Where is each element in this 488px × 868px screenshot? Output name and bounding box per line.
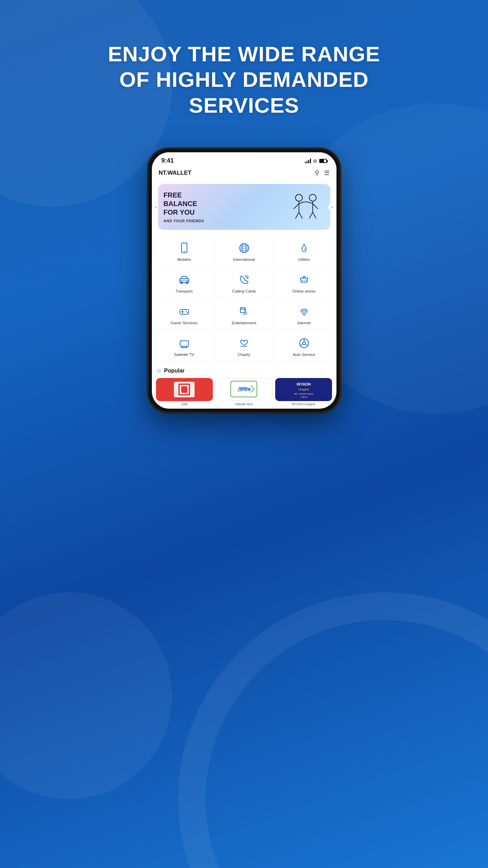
popular-card-salik[interactable]: Salik xyxy=(156,378,213,406)
tv-icon xyxy=(178,337,191,350)
svg-point-34 xyxy=(241,308,242,310)
popular-header: ☆ Popular xyxy=(156,367,332,375)
service-entertainment[interactable]: Entertainment xyxy=(215,299,273,329)
svg-line-44 xyxy=(300,344,303,346)
svg-line-5 xyxy=(299,212,302,218)
svg-point-31 xyxy=(186,311,187,312)
teletalk-card[interactable]: টেলিটক xyxy=(216,378,272,401)
service-internet-label: Internet xyxy=(297,321,311,325)
svg-point-14 xyxy=(184,251,185,252)
app-title: NT.WALLET xyxy=(159,170,191,176)
riyadh-label: RIYADH Imagine xyxy=(292,402,315,406)
service-auto-service[interactable]: Auto Service xyxy=(275,331,333,361)
hero-line3: SERVICES xyxy=(28,93,460,118)
hero-line2: OF HIGHLY DEMANDED xyxy=(28,67,460,92)
service-transport-label: Transport xyxy=(176,289,193,293)
svg-line-43 xyxy=(305,344,308,346)
heart-hand-icon xyxy=(238,337,251,350)
service-utilites[interactable]: Utilites xyxy=(275,236,333,266)
service-international-label: International xyxy=(233,257,255,262)
svg-rect-36 xyxy=(180,341,188,346)
svg-rect-28 xyxy=(180,309,189,314)
salik-logo xyxy=(172,380,196,399)
service-charity-label: Charity xyxy=(238,353,250,357)
phone-card-icon xyxy=(238,273,251,286)
svg-text:+ Sports: + Sports xyxy=(300,396,308,398)
menu-icon[interactable]: ☰ xyxy=(324,169,330,177)
riyadh-logo: RIYADH imagine VIP + Riyadh Season + Spo… xyxy=(290,380,318,399)
teletalk-logo: টেলিটক xyxy=(230,380,258,399)
hero-line1: ENJOY THE WIDE RANGE xyxy=(28,41,460,67)
popular-section: ☆ Popular xyxy=(152,364,336,409)
service-entertainment-label: Entertainment xyxy=(232,321,257,325)
mobile-icon xyxy=(178,242,191,255)
status-icons: ⊜ xyxy=(305,158,327,164)
teletalk-label: Teletalk Mom xyxy=(235,402,253,406)
svg-line-11 xyxy=(313,212,316,218)
drops-icon xyxy=(298,242,311,255)
service-calling-cards[interactable]: Calling Cards xyxy=(215,268,273,297)
service-online-stores-label: Online stores xyxy=(292,289,316,293)
search-icon[interactable]: ⚲ xyxy=(315,169,319,177)
svg-point-32 xyxy=(187,312,188,313)
popular-cards: Salik টেলিটক xyxy=(156,378,332,406)
service-game-services-label: Game Services xyxy=(170,321,198,325)
signal-icon xyxy=(305,159,311,163)
banner: FREE BALANCE FOR YOU AND YOUR FRIENDS xyxy=(158,184,330,230)
svg-text:imagine: imagine xyxy=(298,388,309,391)
phone-screen: 9:41 ⊜ NT.WALLET xyxy=(152,152,336,409)
wifi-icon xyxy=(298,305,311,318)
service-auto-service-label: Auto Service xyxy=(293,353,315,357)
app-bar-icons: ⚲ ☰ xyxy=(315,169,330,177)
service-mobiles[interactable]: Mobiles xyxy=(155,236,213,266)
popular-card-teletalk[interactable]: টেলিটক Teletalk Mom xyxy=(216,378,272,406)
service-mobiles-label: Mobiles xyxy=(177,257,191,262)
service-calling-cards-label: Calling Cards xyxy=(232,289,256,293)
status-bar: 9:41 ⊜ xyxy=(152,152,336,166)
basket-icon xyxy=(298,273,311,286)
gamepad-icon xyxy=(178,305,191,318)
car-icon xyxy=(178,273,191,286)
globe-icon xyxy=(238,242,251,255)
steering-icon xyxy=(298,337,311,350)
popular-title: Popular xyxy=(164,368,185,374)
entertainment-icon xyxy=(238,305,251,318)
service-international[interactable]: International xyxy=(215,236,273,266)
phone-outer: 9:41 ⊜ NT.WALLET xyxy=(148,148,341,413)
phone-mockup: 9:41 ⊜ NT.WALLET xyxy=(137,148,351,413)
popular-star-icon: ☆ xyxy=(156,367,162,375)
banner-subtext: AND YOUR FRIENDS xyxy=(164,219,287,223)
popular-card-riyadh[interactable]: RIYADH imagine VIP + Riyadh Season + Spo… xyxy=(275,378,332,406)
svg-line-2 xyxy=(294,204,299,209)
banner-heading: FREE BALANCE FOR YOU xyxy=(164,191,287,217)
banner-carousel: ‹ FREE BALANCE FOR YOU AND YOUR FRIENDS xyxy=(155,184,334,230)
svg-text:টেলিটক: টেলিটক xyxy=(238,387,251,392)
svg-point-35 xyxy=(303,314,305,316)
service-online-stores[interactable]: Online stores xyxy=(275,268,333,297)
service-game-services[interactable]: Game Services xyxy=(155,299,213,329)
banner-illustration xyxy=(287,192,325,223)
svg-point-41 xyxy=(303,342,305,345)
app-bar: NT.WALLET ⚲ ☰ xyxy=(152,166,336,181)
service-transport[interactable]: Transport xyxy=(155,268,213,297)
svg-rect-48 xyxy=(181,386,187,393)
svg-point-0 xyxy=(295,194,302,201)
wifi-status-icon: ⊜ xyxy=(313,158,317,164)
svg-text:VIP + Riyadh Season: VIP + Riyadh Season xyxy=(294,393,313,395)
battery-icon xyxy=(319,159,327,163)
service-internet[interactable]: Internet xyxy=(275,299,333,329)
salik-label: Salik xyxy=(181,402,188,406)
status-time: 9:41 xyxy=(162,157,174,164)
svg-line-24 xyxy=(245,276,248,279)
service-satellite-tv-label: Sattelite TV xyxy=(174,353,194,357)
service-utilites-label: Utilites xyxy=(298,257,310,262)
svg-text:RIYADH: RIYADH xyxy=(297,382,311,386)
service-charity[interactable]: Charity xyxy=(215,331,273,361)
riyadh-card[interactable]: RIYADH imagine VIP + Riyadh Season + Spo… xyxy=(275,378,332,401)
banner-next-button[interactable]: › xyxy=(328,203,336,211)
svg-line-9 xyxy=(308,202,313,204)
service-satellite-tv[interactable]: Sattelite TV xyxy=(155,331,213,361)
salik-card[interactable] xyxy=(156,378,213,401)
svg-line-10 xyxy=(309,212,313,218)
banner-text: FREE BALANCE FOR YOU AND YOUR FRIENDS xyxy=(164,191,287,223)
